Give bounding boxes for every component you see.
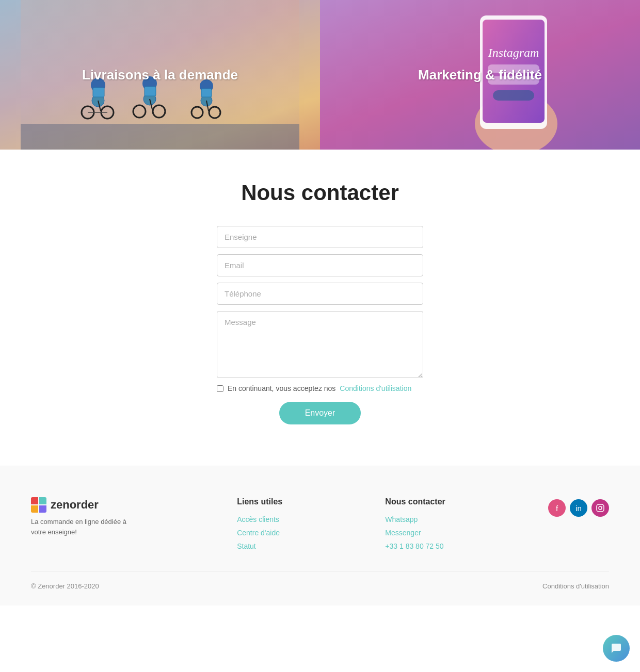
logo-icon bbox=[31, 497, 46, 513]
message-textarea[interactable] bbox=[217, 311, 423, 378]
footer-link-acces[interactable]: Accès clients bbox=[237, 515, 279, 523]
logo-text: zenorder bbox=[51, 498, 99, 512]
submit-button[interactable]: Envoyer bbox=[279, 402, 361, 424]
terms-checkbox[interactable] bbox=[217, 385, 223, 392]
terms-link[interactable]: Conditions d'utilisation bbox=[340, 384, 411, 392]
svg-point-29 bbox=[599, 506, 602, 510]
logo-q4 bbox=[39, 505, 46, 513]
footer: zenorder La commande en ligne dédiée à v… bbox=[0, 466, 640, 605]
list-item: Whatsapp bbox=[385, 515, 445, 524]
footer-link-statut[interactable]: Statut bbox=[237, 542, 256, 550]
hero-left-panel: Livraisons à la demande bbox=[0, 0, 320, 150]
hero-right-panel: Instagram Marketing & fidélité bbox=[320, 0, 640, 150]
list-item: Accès clients bbox=[237, 515, 282, 524]
instagram-svg bbox=[596, 504, 604, 512]
telephone-input[interactable] bbox=[217, 283, 423, 305]
svg-rect-28 bbox=[597, 504, 604, 512]
enseigne-input[interactable] bbox=[217, 226, 423, 248]
list-item: Statut bbox=[237, 542, 282, 551]
instagram-icon[interactable] bbox=[591, 499, 609, 517]
facebook-icon[interactable]: f bbox=[548, 499, 566, 517]
logo-q1 bbox=[31, 497, 38, 504]
footer-logo: zenorder bbox=[31, 497, 134, 513]
terms-row: En continuant, vous acceptez nos Conditi… bbox=[217, 384, 423, 392]
footer-contact-list: Whatsapp Messenger +33 1 83 80 72 50 bbox=[385, 515, 445, 551]
footer-bottom: © Zenorder 2016-2020 Conditions d'utilis… bbox=[31, 571, 609, 590]
logo-q2 bbox=[39, 497, 46, 504]
terms-text: En continuant, vous acceptez nos bbox=[228, 384, 335, 392]
svg-point-30 bbox=[602, 506, 603, 507]
footer-whatsapp-link[interactable]: Whatsapp bbox=[385, 515, 418, 523]
linkedin-icon[interactable]: in bbox=[570, 499, 587, 517]
list-item: Messenger bbox=[385, 528, 445, 537]
list-item: +33 1 83 80 72 50 bbox=[385, 542, 445, 551]
footer-contact-col: Nous contacter Whatsapp Messenger +33 1 … bbox=[385, 497, 445, 551]
footer-main: zenorder La commande en ligne dédiée à v… bbox=[31, 497, 609, 551]
hero-right-label: Marketing & fidélité bbox=[418, 67, 542, 83]
contact-section: Nous contacter En continuant, vous accep… bbox=[0, 150, 640, 466]
hero-section: Livraisons à la demande Instagram bbox=[0, 0, 640, 150]
copyright: © Zenorder 2016-2020 bbox=[31, 582, 99, 590]
footer-link-aide[interactable]: Centre d'aide bbox=[237, 529, 280, 537]
list-item: Centre d'aide bbox=[237, 528, 282, 537]
hero-left-label: Livraisons à la demande bbox=[82, 67, 238, 83]
contact-form: En continuant, vous acceptez nos Conditi… bbox=[217, 226, 423, 424]
svg-rect-20 bbox=[201, 89, 212, 97]
footer-messenger-link[interactable]: Messenger bbox=[385, 529, 421, 537]
contact-title: Nous contacter bbox=[10, 181, 630, 205]
svg-rect-19 bbox=[145, 87, 156, 96]
footer-tagline: La commande en ligne dédiée à votre ense… bbox=[31, 517, 134, 537]
svg-rect-18 bbox=[93, 88, 104, 97]
footer-links-list: Accès clients Centre d'aide Statut bbox=[237, 515, 282, 551]
logo-q3 bbox=[31, 505, 38, 513]
svg-rect-1 bbox=[21, 124, 299, 150]
footer-phone-link[interactable]: +33 1 83 80 72 50 bbox=[385, 542, 443, 550]
footer-contact-title: Nous contacter bbox=[385, 497, 445, 506]
footer-brand: zenorder La commande en ligne dédiée à v… bbox=[31, 497, 134, 537]
footer-links-title: Liens utiles bbox=[237, 497, 282, 506]
svg-rect-27 bbox=[493, 90, 534, 101]
email-input[interactable] bbox=[217, 254, 423, 276]
footer-conditions-link[interactable]: Conditions d'utilisation bbox=[542, 582, 609, 590]
svg-text:Instagram: Instagram bbox=[488, 46, 539, 59]
footer-links-col: Liens utiles Accès clients Centre d'aide… bbox=[237, 497, 282, 551]
footer-social: f in bbox=[548, 497, 609, 517]
